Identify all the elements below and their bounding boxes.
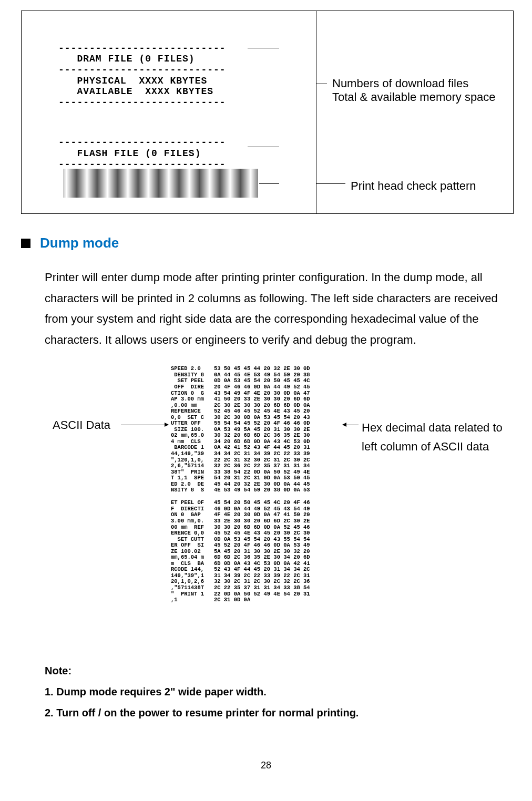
dump-figure: ASCII Data SPEED 2.0 53 50 45 45 44 20 3… bbox=[16, 366, 516, 629]
file-info-left: --------------------------- DRAM FILE (0… bbox=[22, 11, 316, 213]
note-1: 1. Dump mode requires 2" wide paper widt… bbox=[45, 681, 516, 702]
annot-downloads: Numbers of download files bbox=[332, 77, 496, 90]
dram-block: --------------------------- DRAM FILE (0… bbox=[58, 32, 316, 119]
arrow-right-icon bbox=[121, 425, 168, 425]
section-title: Dump mode bbox=[40, 235, 119, 251]
dash: --------------------------- bbox=[58, 137, 226, 148]
dram-physical: PHYSICAL XXXX KBYTES bbox=[58, 76, 207, 86]
square-bullet-icon bbox=[21, 239, 30, 248]
flash-title: FLASH FILE (0 FILES) bbox=[58, 148, 201, 159]
ascii-data-label: ASCII Data bbox=[53, 418, 110, 432]
dash: --------------------------- bbox=[58, 43, 226, 54]
page-number: 28 bbox=[16, 760, 516, 771]
connector-line bbox=[248, 48, 279, 48]
dash: --------------------------- bbox=[58, 97, 226, 108]
dram-available: AVAILABLE XXXX KBYTES bbox=[58, 86, 213, 97]
dash: --------------------------- bbox=[58, 159, 226, 170]
dash: --------------------------- bbox=[58, 65, 226, 75]
dram-title: DRAM FILE (0 FILES) bbox=[58, 54, 195, 64]
notes: Note: 1. Dump mode requires 2" wide pape… bbox=[45, 660, 516, 723]
annot-printhead: Print head check pattern bbox=[351, 179, 476, 193]
file-info-box: --------------------------- DRAM FILE (0… bbox=[21, 11, 514, 214]
note-2: 2. Turn off / on the power to resume pri… bbox=[45, 702, 516, 723]
print-head-pattern bbox=[64, 169, 258, 198]
connector-line bbox=[248, 147, 279, 147]
hex-data-label: Hex decimal data related to left column … bbox=[362, 418, 516, 455]
note-head: Note: bbox=[45, 660, 516, 681]
connector-line bbox=[259, 183, 279, 184]
arrow-left-icon bbox=[343, 425, 359, 425]
file-info-right: Numbers of download files Total & availa… bbox=[316, 11, 513, 213]
connector-line bbox=[316, 183, 345, 184]
dump-block-1: SPEED 2.0 53 50 45 45 44 20 32 2E 30 0D … bbox=[171, 366, 310, 493]
annot-memory: Total & available memory space bbox=[332, 90, 496, 104]
section-body: Printer will enter dump mode after print… bbox=[45, 267, 516, 350]
connector-line bbox=[316, 84, 327, 84]
dump-block-2: ET PEEL OF 45 54 20 50 45 45 4C 20 4F 46… bbox=[171, 500, 310, 603]
